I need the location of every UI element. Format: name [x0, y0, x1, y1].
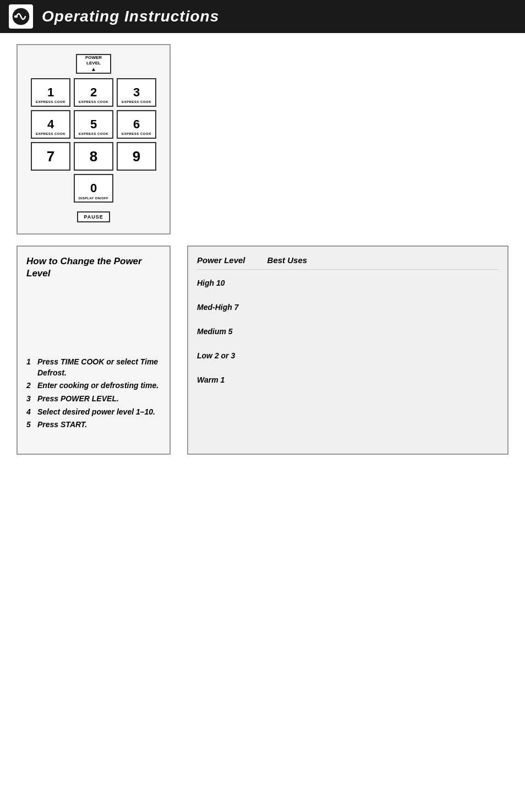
key-5-label: EXPRESS COOK [79, 132, 108, 135]
power-table-col2: Best Uses [267, 255, 308, 265]
how-to-box: How to Change the Power Level 1 Press TI… [17, 246, 171, 455]
step-3-text: Press POWER LEVEL. [37, 394, 119, 405]
power-row-low: Low 2 or 3 [197, 351, 499, 360]
key-4-label: EXPRESS COOK [36, 132, 65, 135]
key-7[interactable]: 7 [31, 142, 70, 171]
step-2: 2 Enter cooking or defrosting time. [26, 380, 161, 391]
power-row-medium: Medium 5 [197, 327, 499, 336]
key-3[interactable]: 3 EXPRESS COOK [117, 78, 156, 107]
power-table-header: Power Level Best Uses [197, 255, 499, 270]
keypad-panel: POWER LEVEL ▲ 1 EXPRESS COOK 2 EXPRESS C… [17, 44, 171, 235]
step-1-num: 1 [26, 357, 34, 378]
key-9[interactable]: 9 [117, 142, 156, 171]
power-level-high: High 10 [197, 279, 263, 287]
key-8[interactable]: 8 [74, 142, 113, 171]
key-3-label: EXPRESS COOK [122, 100, 151, 103]
step-3-num: 3 [26, 394, 34, 405]
keypad-row-3: 7 8 9 [29, 142, 158, 171]
power-table-col1: Power Level [197, 255, 245, 265]
key-4[interactable]: 4 EXPRESS COOK [31, 110, 70, 139]
key-1-num: 1 [47, 85, 54, 100]
pause-label: PAUSE [84, 214, 103, 220]
power-level-warm: Warm 1 [197, 375, 263, 384]
keypad-pause-row: PAUSE [29, 211, 158, 222]
step-3: 3 Press POWER LEVEL. [26, 394, 161, 405]
power-table-box: Power Level Best Uses High 10 Med-High 7… [187, 246, 508, 455]
how-to-steps: 1 Press TIME COOK or select Time Defrost… [26, 357, 161, 430]
step-1-text: Press TIME COOK or select Time Defrost. [37, 357, 161, 378]
svg-rect-1 [14, 15, 18, 18]
page-title: Operating Instructions [42, 8, 219, 25]
main-content: POWER LEVEL ▲ 1 EXPRESS COOK 2 EXPRESS C… [0, 33, 525, 466]
step-5: 5 Press START. [26, 419, 161, 430]
key-4-num: 4 [47, 117, 54, 132]
key-3-num: 3 [133, 85, 140, 100]
power-row-high: High 10 [197, 279, 499, 287]
keypad-row-2: 4 EXPRESS COOK 5 EXPRESS COOK 6 EXPRESS … [29, 110, 158, 139]
power-level-medium: Medium 5 [197, 327, 263, 336]
power-row-warm: Warm 1 [197, 375, 499, 384]
step-4: 4 Select desired power level 1–10. [26, 407, 161, 418]
key-6[interactable]: 6 EXPRESS COOK [117, 110, 156, 139]
brand-logo [9, 4, 33, 29]
step-5-text: Press START. [37, 419, 87, 430]
power-row-medhigh: Med-High 7 [197, 303, 499, 312]
key-6-label: EXPRESS COOK [122, 132, 151, 135]
keypad-row-1: 1 EXPRESS COOK 2 EXPRESS COOK 3 EXPRESS … [29, 78, 158, 107]
key-8-num: 8 [90, 148, 97, 165]
power-level-label: POWER LEVEL [79, 55, 108, 67]
page-header: Operating Instructions [0, 0, 525, 33]
power-level-medhigh: Med-High 7 [197, 303, 263, 312]
key-0-label: DISPLAY ON/OFF [79, 197, 108, 200]
key-0-num: 0 [90, 181, 97, 195]
key-0[interactable]: 0 DISPLAY ON/OFF [74, 174, 113, 203]
step-4-num: 4 [26, 407, 34, 418]
key-2[interactable]: 2 EXPRESS COOK [74, 78, 113, 107]
key-7-num: 7 [47, 148, 54, 165]
key-2-num: 2 [90, 85, 97, 100]
step-2-num: 2 [26, 380, 34, 391]
key-5-num: 5 [90, 117, 97, 132]
bottom-section: How to Change the Power Level 1 Press TI… [17, 246, 508, 455]
key-1[interactable]: 1 EXPRESS COOK [31, 78, 70, 107]
key-1-label: EXPRESS COOK [36, 100, 65, 103]
key-5[interactable]: 5 EXPRESS COOK [74, 110, 113, 139]
key-9-num: 9 [133, 148, 140, 165]
keypad-zero-row: 0 DISPLAY ON/OFF [29, 174, 158, 203]
power-level-low: Low 2 or 3 [197, 351, 263, 360]
key-2-label: EXPRESS COOK [79, 100, 108, 103]
how-to-title: How to Change the Power Level [26, 255, 161, 280]
power-level-row: POWER LEVEL ▲ [29, 54, 158, 74]
pause-key[interactable]: PAUSE [77, 211, 110, 222]
step-5-num: 5 [26, 419, 34, 430]
step-4-text: Select desired power level 1–10. [37, 407, 155, 418]
step-2-text: Enter cooking or defrosting time. [37, 380, 158, 391]
step-1: 1 Press TIME COOK or select Time Defrost… [26, 357, 161, 378]
power-level-key[interactable]: POWER LEVEL ▲ [76, 54, 111, 74]
key-6-num: 6 [133, 117, 140, 132]
arrow-up-icon: ▲ [91, 66, 96, 73]
